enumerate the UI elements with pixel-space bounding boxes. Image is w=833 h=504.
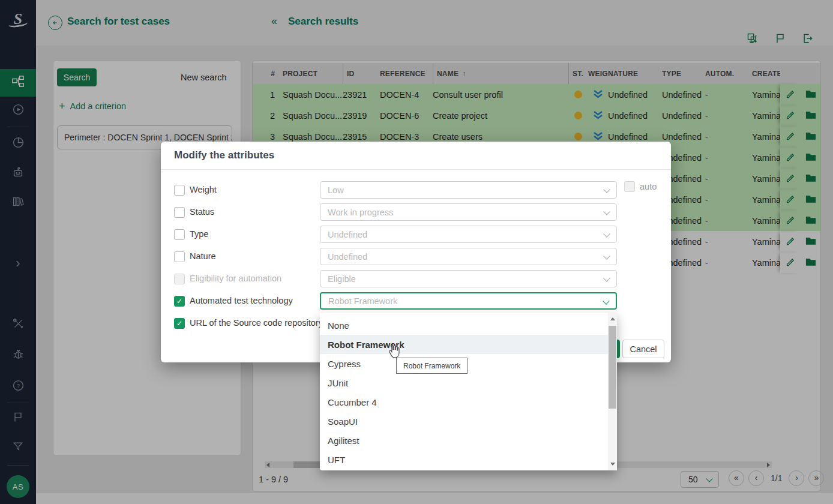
attribute-label: Eligibility for automation	[190, 274, 281, 283]
select-value: Low	[328, 185, 344, 195]
attribute-select[interactable]: Robot Framework	[320, 292, 617, 310]
attribute-label: Status	[190, 207, 214, 217]
dropdown-option[interactable]: Robot Framework	[320, 335, 617, 354]
attribute-select[interactable]: Undefined	[320, 226, 617, 243]
dropdown-option[interactable]: UFT	[320, 450, 617, 469]
chevron-down-icon	[603, 275, 610, 281]
dropdown-option[interactable]: Cucumber 4	[320, 392, 617, 412]
checkbox-checked[interactable]: ✓	[174, 296, 185, 307]
select-value: Eligible	[328, 274, 356, 284]
select-value: Robot Framework	[328, 296, 397, 306]
select-value: Undefined	[328, 252, 367, 262]
select-value: Work in progress	[328, 208, 393, 217]
dropdown-option[interactable]: None	[320, 316, 617, 335]
dropdown-option[interactable]: SoapUI	[320, 412, 617, 431]
attribute-row: NatureUndefined	[161, 248, 671, 266]
attribute-row: WeightLowauto	[161, 181, 671, 199]
checkbox-unchecked[interactable]	[624, 181, 635, 192]
checkbox-unchecked[interactable]	[174, 229, 185, 240]
screen: S ›	[0, 0, 833, 504]
modal-title: Modify the attributes	[174, 149, 274, 161]
tooltip: Robot Framework	[396, 358, 468, 374]
checkbox-unchecked[interactable]	[174, 251, 185, 262]
attribute-row: StatusWork in progress	[161, 203, 671, 221]
chevron-down-icon	[603, 298, 609, 304]
dropdown-option[interactable]: Agilitest	[320, 431, 617, 450]
chevron-down-icon	[603, 208, 610, 215]
technology-dropdown: NoneRobot FrameworkCypressJUnitCucumber …	[320, 313, 617, 470]
dropdown-scrollbar[interactable]	[608, 313, 617, 470]
chevron-down-icon	[603, 253, 610, 259]
attribute-row: TypeUndefined	[161, 226, 671, 244]
attribute-select[interactable]: Work in progress	[320, 203, 617, 221]
checkbox-unchecked[interactable]	[174, 207, 185, 218]
attribute-row: Eligibility for automationEligible	[161, 270, 671, 288]
scroll-up-arrow-icon[interactable]	[608, 314, 617, 323]
auto-option: auto	[624, 181, 657, 192]
attribute-select[interactable]: Eligible	[320, 270, 617, 287]
attribute-label: URL of the Source code repository	[190, 318, 323, 328]
chevron-down-icon	[603, 230, 610, 237]
attribute-label: Type	[190, 229, 208, 239]
modal-divider	[161, 169, 671, 170]
cancel-button[interactable]: Cancel	[622, 340, 664, 358]
chevron-down-icon	[603, 186, 610, 193]
checkbox-unchecked[interactable]	[174, 185, 185, 196]
dropdown-option[interactable]: Cypress	[320, 354, 617, 373]
dropdown-option[interactable]: JUnit	[320, 373, 617, 392]
checkbox-checked[interactable]: ✓	[174, 318, 185, 329]
attribute-select[interactable]: Low	[320, 181, 617, 199]
attribute-row: ✓Automated test technologyRobot Framewor…	[161, 292, 671, 310]
select-value: Undefined	[328, 230, 367, 239]
checkbox-unchecked[interactable]	[174, 274, 185, 284]
scroll-down-arrow-icon[interactable]	[608, 460, 617, 469]
attribute-label: Weight	[190, 185, 217, 194]
auto-label: auto	[640, 182, 657, 191]
attribute-label: Nature	[190, 251, 216, 261]
attribute-select[interactable]: Undefined	[320, 248, 617, 265]
hand-cursor-icon	[386, 343, 402, 364]
attribute-label: Automated test technology	[190, 296, 293, 305]
scrollbar-thumb[interactable]	[609, 326, 616, 409]
